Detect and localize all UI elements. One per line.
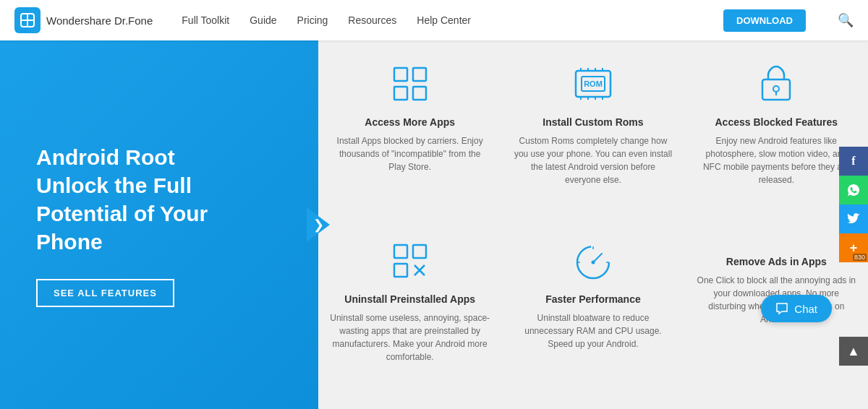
- search-icon[interactable]: 🔍: [838, 12, 854, 28]
- chat-bubble-icon: [775, 302, 788, 315]
- feature-title: Install Custom Roms: [542, 116, 643, 129]
- svg-rect-18: [762, 79, 790, 100]
- download-button[interactable]: DOWNLOAD: [723, 9, 806, 32]
- feature-title: Remove Ads in Apps: [726, 255, 827, 268]
- logo-icon: [14, 7, 41, 33]
- share-count: 830: [853, 254, 867, 261]
- arrow-up-icon: ▲: [847, 344, 860, 359]
- rom-chip-icon: ROM: [570, 61, 616, 107]
- logo-text: Wondershare Dr.Fone: [46, 14, 153, 27]
- nav-resources[interactable]: Resources: [348, 14, 396, 26]
- see-all-features-button[interactable]: SEE ALL FEATURES: [36, 279, 174, 307]
- facebook-share-button[interactable]: f: [839, 147, 868, 176]
- header: Wondershare Dr.Fone Full Toolkit Guide P…: [0, 0, 868, 40]
- apps-grid-icon: [387, 61, 433, 107]
- twitter-share-button[interactable]: [839, 204, 868, 233]
- main-container: Android RootUnlock the FullPotential of …: [0, 40, 868, 409]
- nav-full-toolkit[interactable]: Full Toolkit: [182, 14, 229, 26]
- nav-guide[interactable]: Guide: [250, 14, 276, 26]
- svg-point-28: [591, 261, 595, 264]
- twitter-icon: [847, 213, 860, 225]
- feature-desc: Enjoy new Android features like photosph…: [697, 134, 856, 186]
- svg-line-27: [593, 254, 602, 262]
- whatsapp-icon: [846, 183, 861, 197]
- apps-remove-icon: [387, 238, 433, 284]
- svg-rect-6: [413, 87, 426, 100]
- svg-rect-4: [413, 68, 426, 81]
- svg-rect-5: [394, 87, 407, 100]
- feature-desc: Install Apps blocked by carriers. Enjoy …: [330, 134, 490, 173]
- navigation: Full Toolkit Guide Pricing Resources Hel…: [182, 9, 854, 32]
- social-sidebar: f + 830: [839, 147, 868, 262]
- svg-point-19: [773, 86, 779, 92]
- feature-install-custom-roms: ROM Install Custom Roms Custom Roms comp…: [501, 48, 684, 225]
- logo[interactable]: Wondershare Dr.Fone: [14, 7, 153, 33]
- features-grid: Access More Apps Install Apps blocked by…: [318, 40, 868, 409]
- nav-pricing[interactable]: Pricing: [297, 14, 328, 26]
- whatsapp-share-button[interactable]: [839, 176, 868, 204]
- lock-icon: [753, 61, 799, 107]
- chat-label: Chat: [794, 303, 817, 315]
- feature-access-more-apps: Access More Apps Install Apps blocked by…: [318, 48, 501, 225]
- feature-desc: Custom Roms completely change how you us…: [513, 134, 673, 186]
- svg-rect-21: [394, 245, 407, 258]
- svg-text:ROM: ROM: [584, 79, 603, 88]
- feature-title: Access More Apps: [365, 116, 455, 129]
- feature-desc: Uninstall some useless, annoying, space-…: [330, 311, 490, 363]
- feature-title: Uninstall Preinstalled Apps: [344, 293, 475, 306]
- back-to-top-button[interactable]: ▲: [839, 337, 868, 366]
- speedometer-icon: [570, 238, 616, 284]
- feature-faster-performance: Faster Performance Uninstall bloatware t…: [501, 225, 684, 402]
- svg-rect-22: [413, 245, 426, 258]
- svg-rect-3: [394, 68, 407, 81]
- feature-title: Faster Performance: [545, 293, 641, 306]
- google-plus-share-button[interactable]: + 830: [839, 233, 868, 262]
- facebook-icon: f: [851, 155, 855, 168]
- chat-button[interactable]: Chat: [761, 295, 832, 322]
- nav-help-center[interactable]: Help Center: [417, 14, 471, 26]
- hero-title: Android RootUnlock the FullPotential of …: [36, 143, 282, 256]
- hero-panel: Android RootUnlock the FullPotential of …: [0, 40, 318, 409]
- feature-desc: Uninstall bloatware to reduce unnecessar…: [513, 311, 673, 350]
- svg-rect-23: [394, 264, 407, 277]
- feature-uninstall-apps: Uninstall Preinstalled Apps Uninstall so…: [318, 225, 501, 402]
- feature-title: Access Blocked Features: [715, 116, 838, 129]
